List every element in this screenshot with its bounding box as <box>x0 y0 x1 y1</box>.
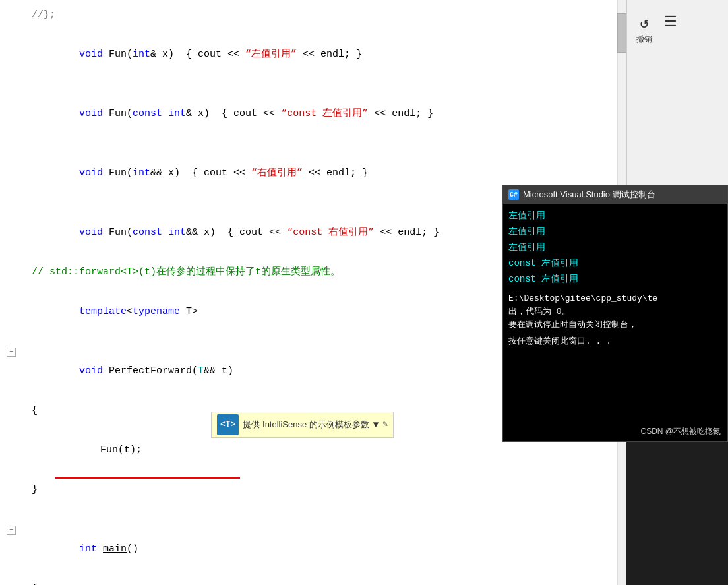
console-icon: C# <box>508 189 519 200</box>
tooltip-t-box: <T> <box>217 414 239 435</box>
collapse-button-13[interactable]: − <box>7 526 16 535</box>
format-icon: ☰ <box>664 13 677 31</box>
right-panel: ↺ 撤销 ☰ <box>626 0 728 185</box>
console-output-1: 左值引用 <box>508 208 722 224</box>
line-indicator-13[interactable]: − <box>5 526 17 535</box>
console-exit: 出，代码为 0。 <box>508 305 722 319</box>
toolbar-row: ↺ 撤销 ☰ <box>632 11 723 49</box>
console-hint1: 要在调试停止时自动关闭控制台， <box>508 319 722 332</box>
tooltip-edit-icon[interactable]: ✎ <box>382 415 388 435</box>
code-line-2: void Fun(int& x) { cout << “左值引用” << end… <box>0 25 626 84</box>
console-output-4: const 左值引用 <box>508 255 722 271</box>
code-text-13: int main() <box>29 520 626 579</box>
code-line-12 <box>0 500 626 520</box>
code-line-14: { <box>0 579 626 585</box>
red-underline <box>55 477 240 479</box>
format-button[interactable]: ☰ <box>659 11 682 49</box>
console-footer: CSDN @不想被吃揔氮 <box>640 426 721 437</box>
collapse-button-8[interactable]: − <box>7 348 16 357</box>
console-icon-label: C# <box>510 191 518 199</box>
code-text-14: { <box>29 579 626 585</box>
undo-icon: ↺ <box>640 15 648 32</box>
code-text-1: //}; <box>29 5 626 25</box>
console-title-bar: C# Microsoft Visual Studio 调试控制台 <box>503 185 727 204</box>
tooltip-text: 提供 IntelliSense 的示例模板参数 <box>243 415 369 435</box>
line-indicator-8[interactable]: − <box>5 348 17 357</box>
console-path: E:\Desktop\gitee\cpp_study\te <box>508 292 722 305</box>
undo-button[interactable]: ↺ 撤销 <box>632 11 656 49</box>
tooltip-arrow[interactable]: ▼ <box>373 415 379 435</box>
scrollbar-thumb[interactable] <box>617 13 626 53</box>
code-line-13: − int main() <box>0 520 626 579</box>
code-line-1: //}; <box>0 5 626 25</box>
code-text-3: void Fun(const int& x) { cout << “const … <box>29 84 626 144</box>
code-text-2: void Fun(int& x) { cout << “左值引用” << end… <box>29 25 626 84</box>
code-text-12 <box>29 500 626 520</box>
debug-console: C# Microsoft Visual Studio 调试控制台 左值引用 左值… <box>502 185 728 442</box>
console-output-2: 左值引用 <box>508 224 722 239</box>
undo-label: 撤销 <box>636 34 652 45</box>
intellisense-tooltip[interactable]: <T> 提供 IntelliSense 的示例模板参数 ▼ ✎ <box>211 412 394 438</box>
console-output-5: const 左值引用 <box>508 271 722 287</box>
console-hint2: 按任意键关闭此窗口. . . <box>508 332 722 348</box>
code-line-3: void Fun(const int& x) { cout << “const … <box>0 84 626 144</box>
console-output-3: 左值引用 <box>508 239 722 255</box>
code-line-11: } <box>0 480 626 500</box>
code-text-11: } <box>29 480 626 500</box>
console-title-text: Microsoft Visual Studio 调试控制台 <box>523 189 655 200</box>
console-body: 左值引用 左值引用 左值引用 const 左值引用 const 左值引用 E:\… <box>503 204 727 352</box>
